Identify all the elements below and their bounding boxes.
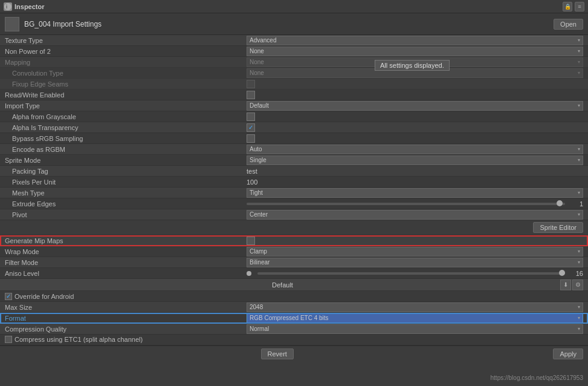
non-power-value: None ▾ — [247, 47, 583, 56]
aniso-level-label: Aniso Level — [5, 270, 247, 277]
convolution-type-label: Convolution Type — [5, 70, 247, 77]
sprite-editor-button[interactable]: Sprite Editor — [533, 222, 583, 233]
all-settings-tooltip: All settings displayed. — [375, 60, 450, 71]
generate-mip-maps-label: Generate Mip Maps — [5, 237, 247, 244]
sprite-mode-dropdown[interactable]: Single ▾ — [247, 155, 583, 165]
download-button[interactable]: ⬇ — [560, 280, 571, 290]
filter-mode-value: Bilinear ▾ — [247, 258, 583, 267]
bypass-srgb-value — [247, 134, 583, 143]
max-size-value: 2048 ▾ — [247, 303, 583, 312]
non-power-label: Non Power of 2 — [5, 48, 247, 55]
aniso-dot — [247, 271, 251, 276]
chevron-down-icon: ▾ — [578, 48, 580, 54]
extrude-edges-slider-container: 1 — [247, 200, 583, 208]
texture-type-value: Advanced ▾ — [247, 36, 583, 45]
svg-text:i: i — [6, 4, 7, 10]
compression-quality-row: Compression Quality Normal ▾ — [0, 324, 588, 335]
aniso-level-track[interactable] — [257, 272, 565, 275]
extrude-edges-row: Extrude Edges 1 — [0, 198, 588, 209]
title-bar-label: Inspector — [15, 3, 45, 10]
non-power-dropdown[interactable]: None ▾ — [247, 47, 583, 56]
override-android-checkbox[interactable] — [5, 293, 12, 300]
filter-mode-dropdown[interactable]: Bilinear ▾ — [247, 258, 583, 267]
filter-mode-label: Filter Mode — [5, 259, 247, 266]
chevron-down-icon: ▾ — [578, 103, 580, 108]
chevron-down-icon: ▾ — [578, 70, 580, 76]
encode-rgbm-label: Encode as RGBM — [5, 146, 247, 153]
extrude-edges-label: Extrude Edges — [5, 200, 247, 208]
alpha-from-grayscale-row: Alpha from Grayscale — [0, 111, 588, 122]
inspector-header: BG_004 Import Settings Open — [0, 13, 588, 35]
title-bar: i Inspector 🔒 ≡ — [0, 0, 588, 13]
alpha-from-grayscale-label: Alpha from Grayscale — [5, 113, 247, 120]
override-android-label: Override for Android — [5, 292, 247, 300]
platform-label: Default — [5, 281, 560, 289]
extrude-edges-value: 1 — [247, 200, 583, 208]
alpha-is-transparency-checkbox[interactable] — [247, 123, 255, 132]
mesh-type-label: Mesh Type — [5, 189, 247, 197]
mesh-type-value: Tight ▾ — [247, 188, 583, 198]
sprite-editor-row: Sprite Editor — [0, 220, 588, 235]
title-bar-controls: 🔒 ≡ — [563, 2, 584, 11]
chevron-down-icon: ▾ — [578, 146, 580, 152]
texture-type-label: Texture Type — [5, 37, 247, 44]
svg-point-0 — [4, 3, 11, 10]
format-dropdown[interactable]: RGB Compressed ETC 4 bits ▾ — [247, 313, 583, 323]
packing-tag-text: test — [247, 168, 257, 175]
asset-title: BG_004 Import Settings — [24, 20, 102, 28]
bypass-srgb-checkbox[interactable] — [247, 134, 255, 143]
aniso-level-value-text: 16 — [569, 270, 583, 277]
import-type-row: Import Type Default ▾ — [0, 100, 588, 111]
bypass-srgb-label: Bypass sRGB Sampling — [5, 135, 247, 142]
fixup-edge-seams-checkbox — [247, 80, 255, 88]
encode-rgbm-row: Encode as RGBM Auto ▾ — [0, 144, 588, 155]
wrap-mode-dropdown[interactable]: Clamp ▾ — [247, 247, 583, 257]
chevron-down-icon: ▾ — [578, 157, 580, 163]
texture-type-row: Texture Type Advanced ▾ — [0, 35, 588, 46]
alpha-is-transparency-value — [247, 123, 583, 132]
lock-btn[interactable]: 🔒 — [563, 2, 572, 11]
non-power-of-2-row: Non Power of 2 None ▾ — [0, 46, 588, 57]
watermark: https://blog.csdn.net/qq262617953 — [491, 375, 583, 381]
encode-rgbm-dropdown[interactable]: Auto ▾ — [247, 145, 583, 154]
override-android-row: Override for Android — [0, 291, 588, 302]
extrude-edges-track[interactable] — [247, 203, 565, 205]
pivot-dropdown[interactable]: Center ▾ — [247, 210, 583, 220]
import-type-dropdown[interactable]: Default ▾ — [247, 101, 583, 111]
read-write-checkbox[interactable] — [247, 91, 255, 99]
packing-tag-label: Packing Tag — [5, 168, 247, 175]
compress-etc1-row: Compress using ETC1 (split alpha channel… — [0, 335, 588, 345]
compress-etc1-checkbox[interactable] — [5, 336, 12, 343]
mapping-row: Mapping None ▾ — [0, 57, 588, 68]
platform-row: Default ⬇ ⚙ — [0, 279, 588, 291]
alpha-from-grayscale-checkbox[interactable] — [247, 113, 255, 121]
pixels-per-unit-label: Pixels Per Unit — [5, 178, 247, 186]
extrude-edges-thumb — [557, 200, 563, 206]
chevron-down-icon: ▾ — [578, 326, 580, 332]
pivot-label: Pivot — [5, 211, 247, 218]
format-label: Format — [5, 315, 247, 322]
mesh-type-dropdown[interactable]: Tight ▾ — [247, 188, 583, 198]
texture-type-dropdown[interactable]: Advanced ▾ — [247, 36, 583, 45]
compression-quality-value: Normal ▾ — [247, 324, 583, 334]
convolution-type-row: Convolution Type None ▾ — [0, 68, 588, 79]
alpha-from-grayscale-value — [247, 113, 583, 121]
menu-btn[interactable]: ≡ — [575, 2, 584, 11]
bottom-buttons: Revert Apply — [0, 345, 588, 362]
aniso-level-value: 16 — [247, 270, 583, 277]
format-value: RGB Compressed ETC 4 bits ▾ — [247, 313, 583, 323]
generate-mip-maps-checkbox[interactable] — [247, 237, 255, 245]
apply-button[interactable]: Apply — [553, 348, 583, 359]
revert-button[interactable]: Revert — [261, 348, 294, 359]
asset-thumbnail — [5, 17, 19, 31]
pixels-per-unit-value: 100 — [247, 178, 583, 186]
chevron-down-icon: ▾ — [578, 190, 580, 195]
open-button[interactable]: Open — [554, 19, 583, 30]
pixels-per-unit-row: Pixels Per Unit 100 — [0, 177, 588, 188]
settings-button[interactable]: ⚙ — [572, 280, 583, 290]
content-area: Texture Type Advanced ▾ Non Power of 2 N… — [0, 35, 588, 386]
aniso-level-row: Aniso Level 16 — [0, 268, 588, 279]
compression-quality-dropdown[interactable]: Normal ▾ — [247, 324, 583, 334]
sprite-mode-label: Sprite Mode — [5, 157, 247, 164]
max-size-dropdown[interactable]: 2048 ▾ — [247, 303, 583, 312]
